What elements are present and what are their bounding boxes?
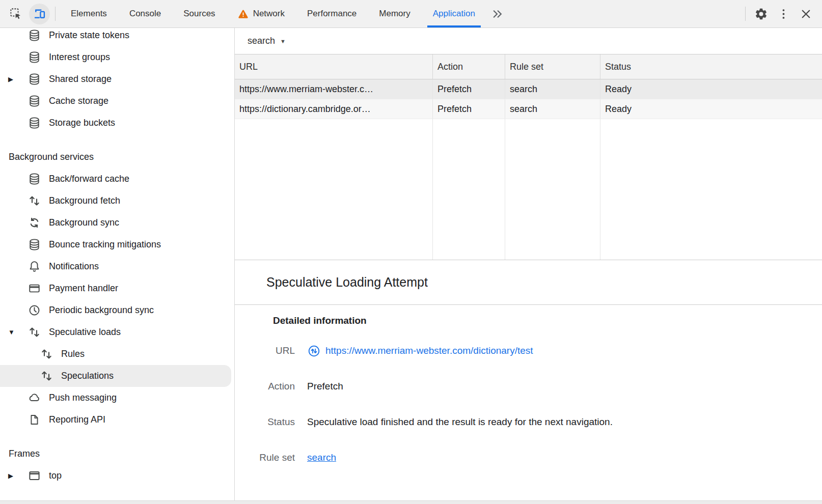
table-header-row: URLActionRule setStatus	[235, 54, 822, 79]
chevron-down-icon: ▼	[280, 38, 286, 44]
tab-sources[interactable]: Sources	[172, 0, 226, 27]
tab-application[interactable]: Application	[422, 0, 486, 27]
sidebar-item-interest-groups[interactable]: Interest groups	[0, 46, 234, 68]
cell-url: https://dictionary.cambridge.or…	[235, 99, 433, 119]
updown-icon	[40, 347, 53, 361]
more-tabs-button[interactable]	[486, 0, 509, 27]
toolbar-separator	[55, 7, 56, 21]
sidebar-item-background-fetch[interactable]: Background fetch	[0, 190, 234, 212]
sidebar-item-label: Interest groups	[49, 52, 110, 63]
tab-performance[interactable]: Performance	[296, 0, 368, 27]
inspect-element-button[interactable]	[4, 0, 28, 27]
devtools-window: ElementsConsoleSourcesNetworkPerformance…	[0, 0, 822, 504]
sidebar-item-private-state-tokens[interactable]: Private state tokens	[0, 28, 234, 46]
sidebar-item-label: Reporting API	[49, 414, 105, 425]
chevron-expanded-icon[interactable]: ▼	[8, 329, 28, 335]
sidebar-item-top[interactable]: ▶top	[0, 465, 234, 487]
speculations-panel: search ▼ URLActionRule setStatus https:/…	[235, 28, 822, 500]
tab-elements[interactable]: Elements	[60, 0, 118, 27]
cell-action: Prefetch	[433, 79, 505, 99]
detail-value-url: https://www.merriam-webster.com/dictiona…	[307, 344, 533, 358]
sidebar-tree: Private state tokensInterest groups▶Shar…	[0, 28, 234, 487]
sidebar-item-label: Notifications	[49, 261, 99, 272]
application-sidebar: Private state tokensInterest groups▶Shar…	[0, 28, 235, 500]
sidebar-item-rules[interactable]: Rules	[0, 343, 234, 365]
sidebar-item-back-forward-cache[interactable]: Back/forward cache	[0, 168, 234, 190]
chevron-collapsed-icon[interactable]: ▶	[8, 472, 28, 479]
sidebar-item-periodic-background-sync[interactable]: Periodic background sync	[0, 299, 234, 321]
sidebar-section-frames: Frames	[0, 443, 234, 465]
tab-network[interactable]: Network	[227, 0, 296, 27]
settings-button[interactable]	[750, 0, 772, 28]
sidebar-item-label: top	[49, 470, 62, 481]
sidebar-item-storage-buckets[interactable]: Storage buckets	[0, 112, 234, 134]
toolbar-separator	[745, 7, 746, 21]
cell-rule-set: search	[505, 79, 600, 99]
detail-label: Status	[235, 416, 295, 428]
database-icon	[28, 29, 41, 42]
column-header-rule-set[interactable]: Rule set	[505, 54, 600, 79]
detail-fields: URLhttps://www.merriam-webster.com/dicti…	[235, 333, 822, 475]
ruleset-filter-dropdown[interactable]: search ▼	[248, 36, 286, 46]
sidebar-item-reporting-api[interactable]: Reporting API	[0, 409, 234, 431]
detail-row-action: ActionPrefetch	[235, 369, 822, 404]
sidebar-item-label: Background fetch	[49, 195, 120, 206]
sidebar-item-push-messaging[interactable]: Push messaging	[0, 387, 234, 409]
rule-set-link[interactable]: search	[307, 452, 336, 463]
database-icon	[28, 116, 41, 130]
sidebar-item-label: Bounce tracking mitigations	[49, 239, 161, 250]
cell-rule-set: search	[505, 99, 600, 119]
sidebar-item-notifications[interactable]: Notifications	[0, 256, 234, 277]
section-title: Detailed information	[273, 313, 822, 328]
report-title: Speculative Loading Attempt	[266, 275, 428, 290]
table-body: https://www.merriam-webster.c…Prefetchse…	[235, 79, 822, 119]
device-toolbar-button[interactable]	[28, 0, 51, 27]
cell-status: Ready	[600, 99, 822, 119]
detail-row-rule-set: Rule setsearch	[235, 440, 822, 475]
tab-label: Sources	[183, 9, 215, 19]
sidebar-item-background-sync[interactable]: Background sync	[0, 212, 234, 234]
sidebar-section-background-services: Background services	[0, 146, 234, 168]
detail-text: Speculative load finished and the result…	[307, 416, 613, 428]
speculation-row[interactable]: https://dictionary.cambridge.or…Prefetch…	[235, 99, 822, 119]
column-header-action[interactable]: Action	[433, 54, 505, 79]
gear-icon	[754, 7, 768, 21]
ruleset-filter-value: search	[248, 36, 275, 46]
sidebar-item-speculative-loads[interactable]: ▼Speculative loads	[0, 321, 234, 343]
sidebar-item-label: Speculations	[61, 371, 114, 381]
column-header-url[interactable]: URL	[235, 54, 433, 79]
table-empty-area	[235, 119, 822, 260]
reveal-in-speculations-icon[interactable]	[307, 344, 321, 358]
database-icon	[28, 172, 41, 186]
column-header-status[interactable]: Status	[600, 54, 822, 79]
tab-console[interactable]: Console	[118, 0, 172, 27]
detail-url-link[interactable]: https://www.merriam-webster.com/dictiona…	[325, 345, 533, 356]
double-chevron-right-icon	[490, 7, 504, 21]
sidebar-item-label: Background sync	[49, 217, 119, 228]
sidebar-item-payment-handler[interactable]: Payment handler	[0, 277, 234, 299]
detail-value-rule-set: search	[307, 452, 336, 463]
sidebar-item-cache-storage[interactable]: Cache storage	[0, 90, 234, 112]
sidebar-item-bounce-tracking-mitigations[interactable]: Bounce tracking mitigations	[0, 234, 234, 256]
sidebar-item-speculations[interactable]: Speculations	[0, 365, 231, 387]
close-devtools-button[interactable]	[794, 0, 817, 28]
customize-menu-button[interactable]	[772, 0, 794, 28]
close-icon	[799, 7, 813, 21]
tab-label: Elements	[71, 9, 107, 19]
database-icon	[28, 50, 41, 64]
detail-label: Action	[235, 381, 295, 392]
tab-label: Performance	[307, 9, 357, 19]
chevron-collapsed-icon[interactable]: ▶	[8, 76, 28, 82]
sidebar-item-shared-storage[interactable]: ▶Shared storage	[0, 68, 234, 90]
database-icon	[28, 72, 41, 86]
speculation-row[interactable]: https://www.merriam-webster.c…Prefetchse…	[235, 79, 822, 99]
sidebar-item-label: Cache storage	[49, 96, 108, 106]
detail-value-status: Speculative load finished and the result…	[307, 416, 613, 428]
doc-icon	[28, 413, 41, 427]
clock-icon	[28, 303, 41, 317]
cell-status: Ready	[600, 79, 822, 99]
tab-memory[interactable]: Memory	[368, 0, 421, 27]
updown-icon	[40, 369, 53, 383]
sidebar-item-label: Shared storage	[49, 74, 112, 85]
database-icon	[28, 238, 41, 251]
